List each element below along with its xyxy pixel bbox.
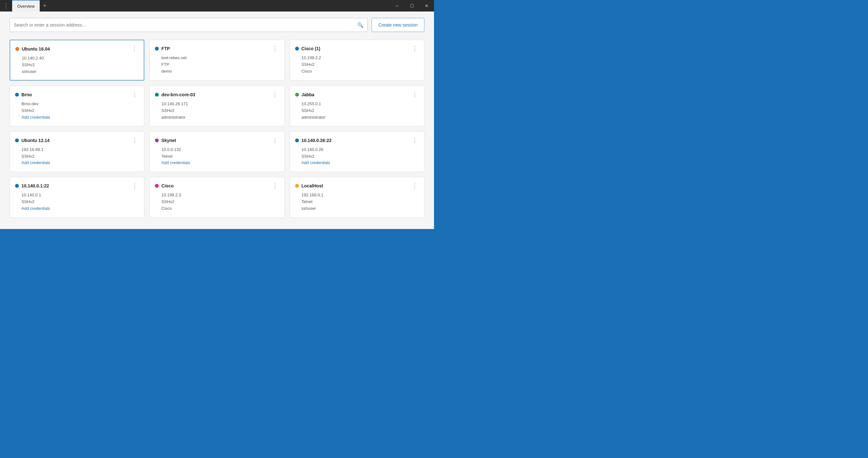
card-menu-button[interactable]: ⋮: [271, 92, 279, 98]
card-header: Brno⋮: [15, 92, 139, 98]
card-header: 10.140.0.26:22⋮: [295, 137, 419, 143]
session-card[interactable]: Cisco (1)⋮10.199.2.2SSHv2Cisco: [290, 40, 425, 80]
card-header: Ubuntu 16.04⋮: [16, 46, 138, 52]
maximize-button[interactable]: ☐: [405, 0, 419, 11]
add-credentials-link[interactable]: Add credentials: [22, 206, 50, 211]
card-address: 192.168.0.1: [302, 192, 419, 199]
card-address: 10.140.0.1: [22, 192, 139, 199]
session-card[interactable]: Jabba⋮10.255.0.1SSHv2administrator: [290, 86, 425, 126]
card-menu-button[interactable]: ⋮: [411, 46, 419, 52]
session-card[interactable]: 10.140.0.26:22⋮10.140.0.26SSHv2Add crede…: [290, 131, 425, 172]
card-protocol: FTP: [161, 61, 279, 68]
card-protocol: SSHv2: [161, 107, 279, 114]
card-protocol: SSHv2: [161, 199, 279, 205]
card-title: FTP: [161, 46, 169, 51]
card-title-row: Cisco (1): [295, 46, 320, 51]
card-title: Cisco: [161, 183, 174, 188]
card-username: administrator: [302, 114, 419, 121]
add-credentials-link[interactable]: Add credentials: [302, 160, 330, 165]
search-box: 🔍: [9, 18, 368, 32]
card-title-row: 10.140.0.26:22: [295, 138, 332, 143]
card-address: test.rebex.net: [161, 55, 279, 61]
main-content: 🔍 Create new session Ubuntu 16.04⋮10.140…: [0, 11, 434, 229]
card-title: dev-brn-core-03: [161, 92, 195, 97]
session-card[interactable]: Cisco⋮10.199.2.2SSHv2Cisco: [150, 177, 284, 217]
card-title-row: Cisco: [155, 183, 174, 188]
card-menu-button[interactable]: ⋮: [411, 92, 419, 98]
search-icon[interactable]: 🔍: [357, 22, 364, 28]
status-dot: [295, 138, 299, 142]
menu-icon[interactable]: ⋮: [0, 2, 12, 9]
card-title: LocalHost: [302, 183, 323, 188]
card-menu-button[interactable]: ⋮: [411, 137, 419, 143]
add-credentials-link[interactable]: Add credentials: [22, 115, 50, 120]
card-title-row: Skynet: [155, 138, 176, 143]
card-address: 10.199.2.2: [302, 55, 419, 61]
card-menu-button[interactable]: ⋮: [131, 92, 139, 98]
session-card[interactable]: Brno⋮Brno-devSSHv2Add credentials: [9, 86, 144, 126]
session-card[interactable]: LocalHost⋮192.168.0.1Telnetsshuser: [290, 177, 425, 217]
card-menu-button[interactable]: ⋮: [271, 46, 279, 52]
session-card[interactable]: 10.140.0.1:22⋮10.140.0.1SSHv2Add credent…: [9, 177, 144, 217]
session-card[interactable]: Ubuntu 12.14⋮192.16.99.1SSHv2Add credent…: [9, 131, 144, 172]
card-menu-button[interactable]: ⋮: [131, 183, 139, 189]
card-address: 10.140.2.40: [22, 55, 138, 62]
card-menu-button[interactable]: ⋮: [130, 46, 138, 52]
status-dot: [155, 138, 159, 142]
session-card[interactable]: dev-brn-core-03⋮10.140.26.171SSHv2admini…: [150, 86, 284, 126]
minimize-button[interactable]: ─: [390, 0, 405, 11]
card-header: Cisco⋮: [155, 183, 279, 189]
card-title: Ubuntu 12.14: [22, 138, 50, 143]
card-info: Brno-devSSHv2Add credentials: [15, 101, 139, 121]
session-card[interactable]: Skynet⋮10.0.0.132TelnetAdd credentials: [150, 131, 284, 172]
add-credentials-link[interactable]: Add credentials: [161, 160, 190, 165]
app-window: ⋮ Overview + ─ ☐ ✕ 🔍 Create new session …: [0, 0, 434, 229]
card-header: Cisco (1)⋮: [295, 46, 419, 52]
card-header: LocalHost⋮: [295, 183, 419, 189]
session-card[interactable]: Ubuntu 16.04⋮10.140.2.40SSHv2sshuser: [9, 40, 144, 80]
card-title-row: 10.140.0.1:22: [15, 183, 49, 188]
add-tab-button[interactable]: +: [40, 3, 50, 9]
card-header: 10.140.0.1:22⋮: [15, 183, 139, 189]
status-dot: [155, 47, 159, 51]
card-menu-button[interactable]: ⋮: [411, 183, 419, 189]
status-dot: [155, 93, 159, 97]
card-menu-button[interactable]: ⋮: [271, 183, 279, 189]
create-session-button[interactable]: Create new session: [372, 18, 425, 32]
card-info: 10.140.0.1SSHv2Add credentials: [15, 192, 139, 212]
card-protocol: SSHv2: [302, 153, 419, 160]
card-info: 10.255.0.1SSHv2administrator: [295, 101, 419, 121]
card-address: 10.255.0.1: [302, 101, 419, 107]
overview-tab[interactable]: Overview: [12, 0, 40, 11]
card-username: sshuser: [302, 205, 419, 212]
status-dot: [15, 93, 19, 97]
card-info: test.rebex.netFTPdemo: [155, 55, 279, 74]
close-button[interactable]: ✕: [419, 0, 434, 11]
session-card[interactable]: FTP⋮test.rebex.netFTPdemo: [150, 40, 284, 80]
status-dot: [15, 138, 19, 142]
card-username: Cisco: [161, 205, 279, 212]
card-title: Brno: [22, 92, 32, 97]
card-protocol: SSHv2: [22, 153, 139, 160]
card-address: 10.199.2.2: [161, 192, 279, 199]
card-menu-button[interactable]: ⋮: [271, 137, 279, 143]
card-address: 10.140.26.171: [161, 101, 279, 107]
card-title-row: FTP: [155, 46, 169, 51]
card-info: 10.140.0.26SSHv2Add credentials: [295, 146, 419, 166]
card-title: Jabba: [302, 92, 314, 97]
card-header: FTP⋮: [155, 46, 279, 52]
card-title: Skynet: [161, 138, 176, 143]
search-input[interactable]: [14, 22, 357, 28]
card-protocol: SSHv2: [22, 62, 138, 68]
tab-label: Overview: [17, 4, 35, 9]
card-header: Skynet⋮: [155, 137, 279, 143]
card-info: 192.16.99.1SSHv2Add credentials: [15, 146, 139, 166]
window-controls: ─ ☐ ✕: [390, 0, 434, 11]
card-info: 10.140.26.171SSHv2administrator: [155, 101, 279, 121]
session-grid: Ubuntu 16.04⋮10.140.2.40SSHv2sshuserFTP⋮…: [9, 40, 425, 218]
card-info: 10.199.2.2SSHv2Cisco: [295, 55, 419, 74]
card-title-row: Ubuntu 12.14: [15, 138, 50, 143]
add-credentials-link[interactable]: Add credentials: [22, 160, 50, 165]
card-menu-button[interactable]: ⋮: [131, 137, 139, 143]
search-row: 🔍 Create new session: [9, 18, 425, 32]
